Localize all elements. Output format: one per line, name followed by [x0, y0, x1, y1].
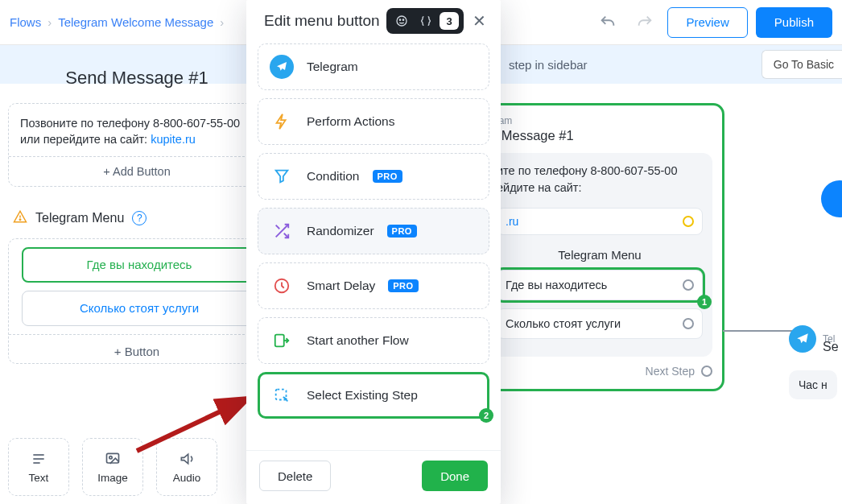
media-label-text: Text [29, 472, 49, 484]
shuffle-icon [270, 219, 294, 243]
node-kind-label: gram [490, 115, 712, 126]
canvas-node-downstream[interactable]: Tel Se Час н [789, 325, 839, 399]
image-icon [102, 451, 123, 467]
undo-button[interactable] [593, 8, 622, 37]
modal-footer: Delete Done [246, 450, 501, 504]
warning-icon [13, 209, 27, 227]
done-button[interactable]: Done [422, 461, 488, 491]
option-label: Smart Delay [307, 279, 375, 293]
option-select-existing-step[interactable]: Select Existing Step 2 [258, 372, 489, 419]
message-text[interactable]: Позвоните по телефону 8-800-607-55-00 ил… [9, 104, 265, 156]
bolt-icon [270, 109, 294, 134]
text-icon [28, 451, 49, 467]
media-label-audio: Audio [173, 472, 201, 484]
option-start-another-flow[interactable]: Start another Flow [258, 317, 489, 364]
edit-menu-button-modal: Edit menu button ✕ 3 Telegram Pe [246, 0, 501, 504]
message-block[interactable]: Позвоните по телефону 8-800-607-55-00 ил… [8, 103, 266, 187]
preview-button[interactable]: Preview [667, 7, 747, 38]
svg-point-8 [397, 16, 407, 26]
node-menu-item-location[interactable]: Где вы находитесь 1 [497, 270, 703, 300]
menu-item-location[interactable]: Где вы находитесь [22, 247, 257, 283]
node-menu-item-label: Сколько стоят услуги [506, 317, 621, 330]
emoji-icon[interactable] [391, 11, 412, 31]
output-port-icon[interactable] [701, 366, 712, 377]
media-label-image: Image [97, 472, 128, 484]
sidebar-hint: step in sidebar [509, 58, 588, 72]
pro-badge: PRO [388, 279, 418, 292]
node-next-step[interactable]: Next Step [487, 365, 712, 378]
node-title: Send Message #1 [8, 56, 266, 103]
breadcrumb-flow-name[interactable]: Telegram Welcome Message [58, 15, 213, 29]
option-label: Start another Flow [307, 333, 409, 348]
svg-point-6 [109, 456, 112, 458]
publish-button[interactable]: Publish [756, 7, 832, 38]
braces-icon[interactable] [415, 11, 436, 31]
menu-add-button[interactable]: + Button [9, 334, 265, 363]
breadcrumb: Flows › Telegram Welcome Message › [10, 15, 224, 29]
modal-header: Edit menu button ✕ 3 [246, 0, 501, 39]
floating-action-button[interactable] [821, 180, 842, 217]
breadcrumb-flows[interactable]: Flows [10, 15, 41, 29]
close-icon[interactable]: ✕ [473, 11, 486, 31]
message-link[interactable]: kupite.ru [151, 133, 196, 146]
chevron-right-icon: › [220, 15, 224, 29]
telegram-menu-block: Где вы находитесь Сколько стоят услуги +… [8, 238, 266, 364]
svg-point-9 [399, 19, 400, 20]
help-icon[interactable]: ? [132, 211, 147, 225]
svg-rect-12 [275, 335, 284, 347]
node-menu-title: Telegram Menu [497, 248, 703, 262]
canvas-node-send-message[interactable]: gram d Message #1 ите по телефону 8-800-… [475, 103, 724, 391]
option-label: Telegram [307, 60, 358, 74]
telegram-menu-header: Telegram Menu ? [13, 209, 266, 227]
funnel-icon [270, 164, 294, 188]
option-label: Select Existing Step [307, 388, 418, 403]
node-menu-item-label: Где вы находитесь [506, 279, 607, 291]
node-link-text: .ru [506, 215, 518, 228]
option-smart-delay[interactable]: Smart Delay PRO [258, 262, 489, 309]
clock-icon [270, 274, 294, 298]
next-step-label: Next Step [646, 365, 695, 378]
node-card-title: d Message #1 [490, 128, 712, 143]
audio-icon [176, 451, 197, 467]
modal-title: Edit menu button [264, 12, 380, 30]
option-label: Randomizer [307, 224, 374, 238]
chevron-right-icon: › [47, 15, 52, 29]
output-port-icon[interactable] [683, 216, 694, 227]
output-port-icon[interactable] [683, 318, 694, 329]
node-card-text: ите по телефону 8-800-607-55-00 ейдите н… [497, 163, 703, 196]
menu-item-pricing[interactable]: Сколько стоят услуги [22, 291, 257, 326]
option-randomizer[interactable]: Randomizer PRO [258, 208, 489, 254]
variable-count: 3 [440, 12, 459, 30]
pro-badge: PRO [373, 170, 402, 183]
pro-badge: PRO [387, 225, 417, 238]
add-audio-tile[interactable]: Audio [156, 438, 217, 496]
annotation-badge-1: 1 [697, 295, 712, 309]
option-condition[interactable]: Condition PRO [258, 153, 489, 200]
telegram-icon [270, 55, 294, 79]
mini-title: Se [823, 340, 839, 354]
telegram-icon [789, 325, 816, 353]
node-card-body: ите по телефону 8-800-607-55-00 ейдите н… [487, 153, 712, 357]
media-toolbar: Text Image Audio [8, 438, 217, 496]
annotation-badge-2: 2 [479, 408, 493, 423]
exit-icon [270, 328, 294, 353]
modal-options-list[interactable]: Telegram Perform Actions Condition PRO R… [246, 39, 501, 450]
node-menu-item-pricing[interactable]: Сколько стоят услуги [497, 308, 703, 339]
svg-point-10 [402, 19, 403, 20]
select-icon [270, 383, 294, 407]
add-button-row[interactable]: + Add Button [9, 156, 265, 186]
redo-button[interactable] [630, 8, 659, 37]
option-label: Condition [307, 169, 360, 184]
add-text-tile[interactable]: Text [8, 438, 69, 496]
delete-button[interactable]: Delete [259, 461, 331, 491]
add-image-tile[interactable]: Image [82, 438, 143, 496]
node-link-row[interactable]: .ru [497, 208, 703, 235]
editor-panel: Send Message #1 Позвоните по телефону 8-… [0, 45, 274, 372]
go-to-basic-button[interactable]: Go To Basic [762, 50, 842, 79]
output-port-icon[interactable] [683, 279, 694, 291]
option-label: Perform Actions [307, 114, 394, 129]
variable-counter-pill[interactable]: 3 [386, 8, 464, 34]
option-telegram[interactable]: Telegram [258, 43, 489, 90]
option-perform-actions[interactable]: Perform Actions [258, 98, 489, 145]
telegram-menu-label: Telegram Menu [35, 211, 124, 225]
